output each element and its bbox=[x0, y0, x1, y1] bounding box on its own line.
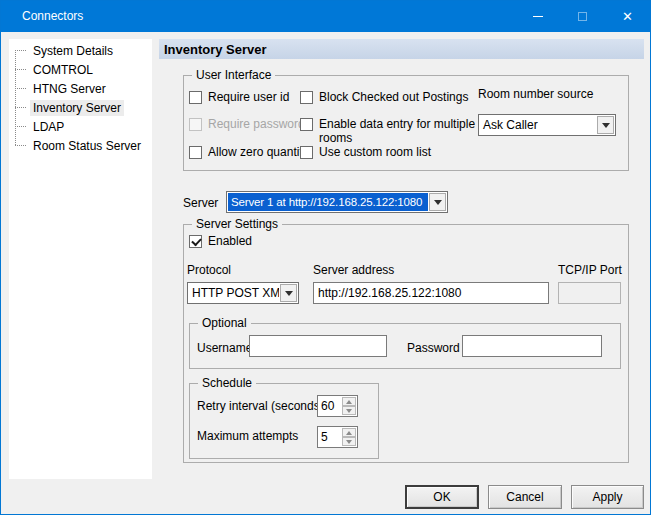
group-title: Server Settings bbox=[192, 217, 282, 231]
ok-button[interactable]: OK bbox=[405, 485, 479, 509]
tree-item-label: LDAP bbox=[30, 119, 67, 135]
connectors-dialog: Connectors ✕ System Details COMTROL HTNG… bbox=[0, 0, 651, 515]
cancel-button[interactable]: Cancel bbox=[488, 485, 562, 509]
room-number-source-label: Room number source bbox=[478, 87, 593, 101]
dropdown-value: Ask Caller bbox=[479, 115, 596, 135]
chevron-down-icon bbox=[602, 123, 610, 128]
username-label: Username bbox=[197, 341, 252, 355]
checkbox-label: Enabled bbox=[208, 235, 252, 249]
titlebar: Connectors ✕ bbox=[1, 1, 650, 32]
tcpip-port-input bbox=[558, 282, 621, 304]
maximize-icon bbox=[578, 12, 587, 21]
checkbox-enable-multi-room-entry[interactable]: Enable data entry for multiple rooms bbox=[300, 118, 478, 146]
group-title: Optional bbox=[198, 316, 251, 330]
checkbox-label: Use custom room list bbox=[319, 146, 431, 160]
tree-branch-icon bbox=[15, 69, 26, 70]
password-label: Password bbox=[407, 341, 460, 355]
tree-branch-icon bbox=[15, 50, 26, 51]
window-title: Connectors bbox=[22, 9, 83, 23]
page-title-bar: Inventory Server bbox=[159, 39, 644, 59]
protocol-label: Protocol bbox=[187, 263, 231, 277]
checkbox-label: Require password bbox=[208, 118, 305, 132]
dropdown-button[interactable] bbox=[597, 116, 614, 134]
spinner-down-button[interactable] bbox=[342, 437, 356, 446]
spinner-up-icon bbox=[346, 400, 352, 404]
dropdown-button[interactable] bbox=[429, 193, 446, 211]
checkbox-enabled[interactable]: Enabled bbox=[189, 235, 252, 249]
checkbox-label: Require user id bbox=[208, 91, 289, 105]
chevron-down-icon bbox=[285, 291, 293, 296]
checkbox-label: Allow zero quantity bbox=[208, 146, 309, 160]
tree-item-comtrol[interactable]: COMTROL bbox=[9, 60, 152, 79]
tree-branch-icon bbox=[15, 107, 26, 108]
spinner-up-button[interactable] bbox=[342, 428, 356, 437]
checkbox-box bbox=[300, 146, 313, 159]
checkbox-label: Block Checked out Postings bbox=[319, 91, 468, 105]
tree-item-ldap[interactable]: LDAP bbox=[9, 117, 152, 136]
dropdown-value: Server 1 at http://192.168.25.122:1080 bbox=[228, 193, 428, 211]
tree-item-label: HTNG Server bbox=[30, 81, 109, 97]
tree-item-label: System Details bbox=[30, 43, 116, 59]
tree-item-htng-server[interactable]: HTNG Server bbox=[9, 79, 152, 98]
minimize-button[interactable] bbox=[515, 1, 560, 32]
spinner-buttons bbox=[342, 427, 357, 447]
spinner-up-button[interactable] bbox=[342, 397, 356, 406]
tree-item-label: COMTROL bbox=[30, 62, 96, 78]
server-address-input[interactable] bbox=[313, 282, 549, 304]
tree-branch-icon bbox=[15, 126, 26, 127]
connector-tree: System Details COMTROL HTNG Server Inven… bbox=[9, 39, 152, 479]
server-dropdown[interactable]: Server 1 at http://192.168.25.122:1080 bbox=[226, 191, 448, 213]
checkbox-block-checked-out-postings[interactable]: Block Checked out Postings bbox=[300, 91, 468, 105]
protocol-dropdown[interactable]: HTTP POST XML bbox=[187, 282, 299, 304]
spinner-down-icon bbox=[346, 409, 352, 413]
checkbox-box bbox=[189, 118, 202, 131]
room-number-source-dropdown[interactable]: Ask Caller bbox=[478, 114, 616, 136]
retry-interval-label: Retry interval (seconds) bbox=[197, 399, 324, 413]
maximum-attempts-spinner[interactable] bbox=[317, 426, 358, 448]
page-title: Inventory Server bbox=[164, 42, 267, 57]
spinner-down-button[interactable] bbox=[342, 406, 356, 415]
server-address-label: Server address bbox=[313, 263, 394, 277]
username-input[interactable] bbox=[249, 335, 387, 357]
checkbox-label: Enable data entry for multiple rooms bbox=[319, 118, 477, 146]
minimize-icon bbox=[533, 16, 543, 17]
maximum-attempts-label: Maximum attempts bbox=[197, 429, 298, 443]
chevron-down-icon bbox=[434, 200, 442, 205]
group-title: Schedule bbox=[198, 376, 256, 390]
checkbox-require-user-id[interactable]: Require user id bbox=[189, 91, 289, 105]
checkbox-box bbox=[300, 91, 313, 104]
tree-item-label: Room Status Server bbox=[30, 138, 144, 154]
checkbox-require-password: Require password bbox=[189, 118, 305, 132]
tree-item-inventory-server[interactable]: Inventory Server bbox=[9, 98, 152, 117]
spinner-down-icon bbox=[346, 440, 352, 444]
tree-branch-icon bbox=[15, 145, 26, 146]
checkbox-use-custom-room-list[interactable]: Use custom room list bbox=[300, 146, 431, 160]
tree-item-label: Inventory Server bbox=[30, 100, 124, 116]
server-label: Server bbox=[183, 196, 218, 210]
password-input[interactable] bbox=[462, 335, 602, 357]
tcpip-port-label: TCP/IP Port bbox=[558, 263, 622, 277]
checkbox-box bbox=[189, 146, 202, 159]
dropdown-value: HTTP POST XML bbox=[188, 283, 279, 303]
tree-branch-icon bbox=[15, 88, 26, 89]
tree-item-system-details[interactable]: System Details bbox=[9, 41, 152, 60]
apply-button[interactable]: Apply bbox=[571, 485, 644, 509]
window-controls: ✕ bbox=[515, 1, 650, 32]
retry-interval-input[interactable] bbox=[318, 396, 342, 416]
group-title: User Interface bbox=[192, 68, 275, 82]
checkbox-box bbox=[189, 91, 202, 104]
maximize-button bbox=[560, 1, 605, 32]
maximum-attempts-input[interactable] bbox=[318, 427, 342, 447]
checkbox-box-checked bbox=[189, 235, 202, 248]
spinner-buttons bbox=[342, 396, 357, 416]
dropdown-button[interactable] bbox=[280, 284, 297, 302]
close-button[interactable]: ✕ bbox=[605, 1, 650, 32]
tree-item-room-status-server[interactable]: Room Status Server bbox=[9, 136, 152, 155]
checkbox-box bbox=[300, 118, 313, 131]
spinner-up-icon bbox=[346, 431, 352, 435]
checkbox-allow-zero-quantity[interactable]: Allow zero quantity bbox=[189, 146, 309, 160]
retry-interval-spinner[interactable] bbox=[317, 395, 358, 417]
close-icon: ✕ bbox=[622, 10, 633, 23]
